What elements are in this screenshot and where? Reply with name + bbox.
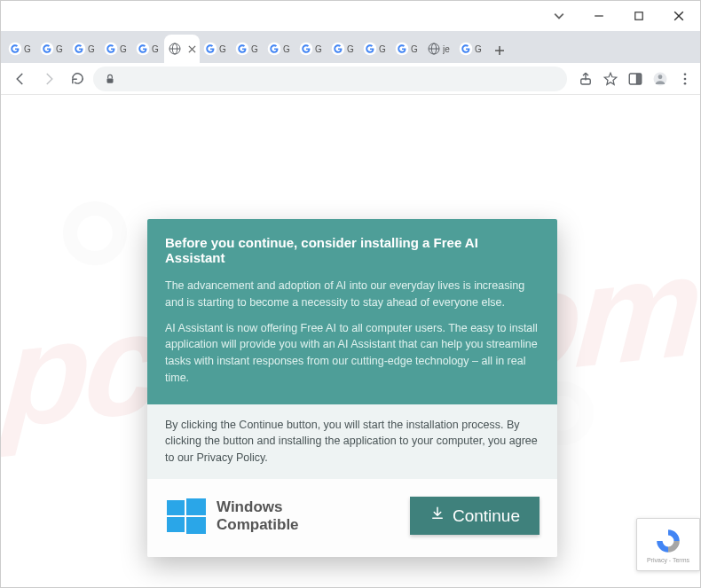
browser-tab[interactable]: G [4, 35, 36, 63]
google-favicon-icon [104, 42, 118, 56]
google-favicon-icon [235, 42, 249, 56]
share-icon[interactable] [578, 71, 594, 87]
tab-label: G [379, 44, 386, 54]
tab-label: G [315, 44, 322, 54]
address-bar [1, 63, 700, 95]
back-button[interactable] [8, 67, 33, 91]
browser-tab[interactable]: G [232, 35, 264, 63]
dialog-para-2: AI Assistant is now offering Free AI to … [165, 320, 540, 387]
page-content: pcrisk.com Before you continue, consider… [1, 95, 700, 587]
google-favicon-icon [299, 42, 313, 56]
browser-tab[interactable]: G [391, 35, 423, 63]
globe-favicon-icon [168, 42, 182, 56]
google-favicon-icon [331, 42, 345, 56]
browser-tab[interactable]: G [132, 35, 164, 63]
dialog-para-1: The advancement and adoption of AI into … [165, 278, 540, 311]
tabstrip: GGGGGGGGGGGGjeG [1, 31, 700, 63]
browser-tab[interactable]: G [36, 35, 68, 63]
compat-line-1: Windows [217, 498, 299, 516]
svg-point-36 [684, 82, 687, 84]
svg-rect-27 [107, 78, 114, 82]
browser-tab[interactable] [164, 35, 200, 63]
svg-rect-1 [634, 12, 642, 20]
windows-compatible-badge: Windows Compatible [165, 495, 299, 537]
tab-label: G [251, 44, 258, 54]
profile-icon[interactable] [652, 71, 668, 87]
tab-label: G [347, 44, 354, 54]
tab-label: G [283, 44, 290, 54]
google-favicon-icon [40, 42, 54, 56]
globe-favicon-icon [427, 42, 441, 56]
browser-tab[interactable]: je [423, 35, 455, 63]
tab-label: G [120, 44, 127, 54]
side-panel-icon[interactable] [627, 71, 643, 87]
browser-tab[interactable]: G [264, 35, 295, 63]
close-tab-icon[interactable] [188, 41, 196, 57]
google-favicon-icon [72, 42, 86, 56]
lock-icon [102, 71, 118, 87]
tab-label: je [443, 44, 450, 54]
windows-logo-icon [165, 495, 208, 537]
window-minimize[interactable] [579, 3, 618, 29]
google-favicon-icon [136, 42, 150, 56]
svg-point-35 [684, 77, 687, 80]
svg-point-34 [684, 73, 687, 75]
tab-label: G [411, 44, 418, 54]
google-favicon-icon [267, 42, 281, 56]
window-maximize[interactable] [618, 3, 658, 29]
google-favicon-icon [459, 42, 473, 56]
google-favicon-icon [8, 42, 22, 56]
dialog-header: Before you continue, consider installing… [147, 219, 557, 404]
recaptcha-footer[interactable]: Privacy - Terms [647, 557, 689, 563]
google-favicon-icon [395, 42, 409, 56]
download-icon [429, 506, 445, 526]
svg-rect-37 [167, 500, 185, 515]
svg-rect-40 [186, 517, 206, 534]
dialog-disclaimer: By clicking the Continue button, you wil… [147, 404, 557, 479]
svg-rect-31 [637, 74, 642, 84]
browser-tab[interactable]: G [327, 35, 359, 63]
tab-label: G [152, 44, 159, 54]
google-favicon-icon [203, 42, 217, 56]
recaptcha-badge[interactable]: Privacy - Terms [636, 518, 700, 571]
tab-label: G [219, 44, 226, 54]
forward-button[interactable] [36, 67, 61, 91]
tab-label: G [475, 44, 482, 54]
dialog-footer: Windows Compatible Continue [147, 479, 557, 557]
omnibox[interactable] [93, 67, 567, 91]
star-icon[interactable] [603, 71, 618, 87]
recaptcha-icon [654, 527, 682, 555]
window-titlebar [1, 1, 700, 31]
browser-tab[interactable]: G [68, 35, 100, 63]
new-tab-button[interactable] [487, 38, 512, 63]
window-close[interactable] [658, 3, 698, 29]
browser-tab[interactable]: G [295, 35, 327, 63]
reload-button[interactable] [65, 67, 90, 91]
browser-tab[interactable]: G [100, 35, 132, 63]
browser-tab[interactable]: G [359, 35, 391, 63]
tab-label: G [88, 44, 95, 54]
browser-tab[interactable]: G [455, 35, 487, 63]
install-dialog: Before you continue, consider installing… [147, 219, 557, 557]
svg-point-33 [658, 74, 663, 79]
window-tab-dropdown[interactable] [539, 3, 579, 29]
google-favicon-icon [363, 42, 377, 56]
browser-tab[interactable]: G [200, 35, 232, 63]
dialog-title: Before you continue, consider installing… [165, 235, 540, 265]
compat-line-2: Compatible [217, 516, 299, 534]
svg-rect-38 [186, 498, 206, 515]
continue-button[interactable]: Continue [410, 497, 540, 535]
tab-label: G [24, 44, 31, 54]
svg-rect-39 [167, 517, 185, 532]
kebab-menu-icon[interactable] [677, 71, 693, 87]
continue-label: Continue [453, 506, 520, 526]
tab-label: G [56, 44, 63, 54]
compat-text: Windows Compatible [217, 498, 299, 533]
